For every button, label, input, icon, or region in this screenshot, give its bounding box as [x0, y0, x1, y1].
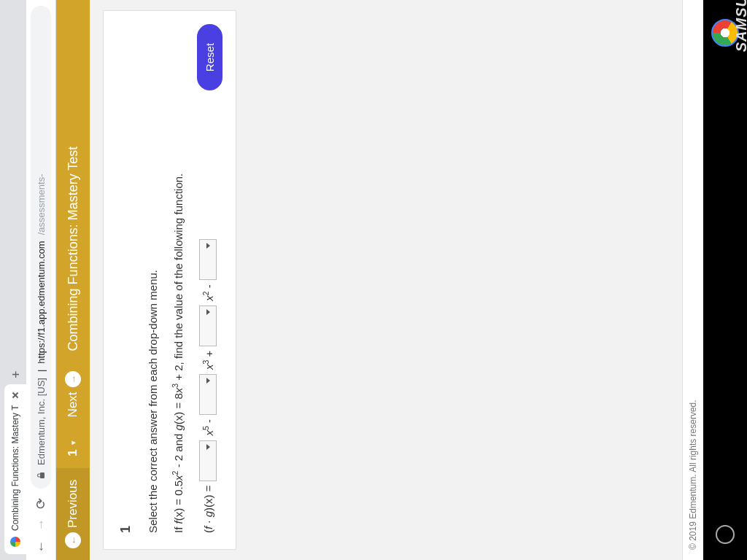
question-instruction: Select the correct answer from each drop… [147, 27, 159, 533]
browser-toolbar: ← → ⟳ Edmentum, Inc. [US] | https://f1.a… [26, 0, 56, 560]
next-button[interactable]: Next → [56, 359, 90, 429]
question-card: 1 Select the correct answer from each dr… [103, 10, 236, 550]
stmt-text: (x) = 0.5 [172, 481, 185, 521]
close-icon[interactable] [12, 392, 19, 399]
arrow-left-icon: ← [65, 532, 81, 548]
eq-term: x2 - [201, 284, 215, 301]
chevron-down-icon [206, 309, 210, 315]
device-recent-icon[interactable] [716, 525, 735, 544]
answer-equation: (f · g)(x) = x5 - x3 + x2 - [199, 27, 217, 533]
reset-button[interactable]: Reset [197, 24, 222, 90]
copyright-text: © 2019 Edmentum. All rights reserved. [688, 400, 698, 550]
tab-favicon-icon [10, 537, 20, 547]
stmt-g: g [172, 424, 185, 430]
omnibox-origin: Edmentum, Inc. [US] [36, 378, 47, 465]
coefficient-dropdown-4[interactable] [199, 239, 217, 280]
chevron-down-icon [206, 243, 210, 249]
omnibox-sep: | [36, 370, 47, 372]
stmt-var: x [172, 388, 185, 394]
forward-button[interactable]: → [34, 518, 48, 532]
omnibox-path: /assessments- [36, 174, 47, 235]
eq-term: x3 + [201, 351, 215, 370]
assessment-title: Combining Functions: Mastery Test [66, 0, 81, 359]
question-area: 1 Select the correct answer from each dr… [90, 0, 682, 560]
question-number-selector[interactable]: 1 ▾ [56, 429, 90, 467]
address-bar[interactable]: Edmentum, Inc. [US] | https://f1.app.edm… [31, 6, 51, 489]
assessment-nav-bar: ← Previous 1 ▾ Next → Combining Function… [56, 0, 90, 560]
coefficient-dropdown-3[interactable] [199, 306, 217, 346]
eq-lhs: (f · g)(x) = [202, 486, 214, 533]
coefficient-dropdown-1[interactable] [199, 440, 217, 481]
eq-term: x5 - [201, 419, 215, 436]
stmt-sup: 3 [171, 384, 179, 388]
question-statement: If f(x) = 0.5x2 - 2 and g(x) = 8x3 + 2, … [171, 27, 185, 533]
device-chrome: SAMSU [703, 0, 747, 560]
stmt-text: (x) = 8 [172, 393, 185, 424]
chevron-down-icon [206, 444, 210, 450]
reload-button[interactable]: ⟳ [34, 496, 48, 510]
stmt-text: If [172, 524, 185, 533]
previous-label: Previous [66, 480, 80, 528]
stmt-var: x [172, 475, 185, 481]
browser-tabstrip: Combining Functions: Mastery T + [0, 0, 26, 560]
stmt-text: + 2, find the value of the following fun… [172, 174, 185, 384]
question-number-heading: 1 [118, 27, 133, 533]
device-brand: SAMSU [733, 0, 747, 52]
arrow-right-icon: → [65, 371, 81, 387]
next-label: Next [66, 392, 80, 417]
new-tab-button[interactable]: + [6, 364, 26, 384]
back-button[interactable]: ← [34, 540, 48, 554]
chevron-down-icon [206, 378, 210, 384]
current-question-number: 1 [66, 449, 80, 456]
lock-icon [36, 471, 45, 480]
stmt-sup: 2 [171, 471, 179, 475]
chevron-down-icon: ▾ [69, 440, 78, 445]
omnibox-host: https://f1.app.edmentum.com [36, 241, 47, 363]
coefficient-dropdown-2[interactable] [199, 374, 217, 415]
stmt-text: - 2 and [172, 430, 185, 470]
tab-title: Combining Functions: Mastery T [10, 405, 20, 531]
stmt-f: f [172, 521, 185, 524]
browser-tab[interactable]: Combining Functions: Mastery T [4, 384, 26, 554]
previous-button[interactable]: ← Previous [56, 468, 90, 560]
page-footer: © 2019 Edmentum. All rights reserved. [682, 0, 703, 560]
